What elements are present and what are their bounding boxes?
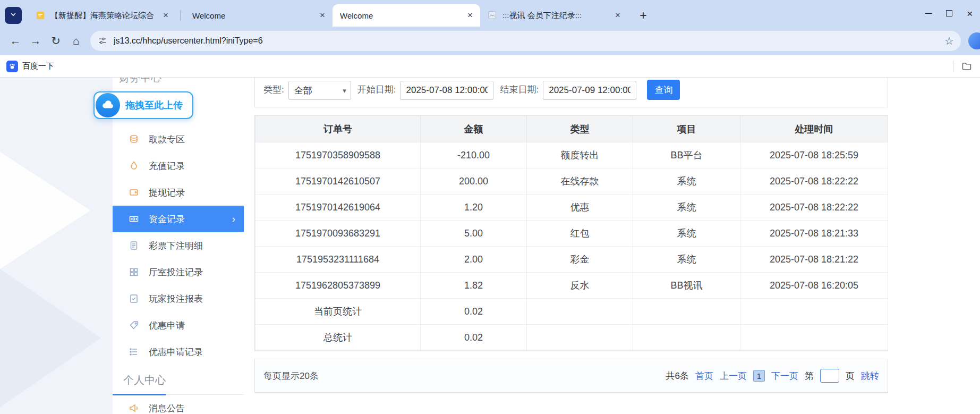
cell-type: 彩金 xyxy=(527,247,633,273)
decor-triangle xyxy=(0,269,101,407)
tab-separator xyxy=(180,10,181,21)
col-header-project: 项目 xyxy=(633,116,740,142)
table-row: 1751962805373899 1.82 反水 BB视讯 2025-07-08… xyxy=(255,273,888,299)
page-size-text: 每页显示20条 xyxy=(263,370,319,382)
sidebar-item-label: 提现记录 xyxy=(149,187,185,199)
bookmarks-folder-icon[interactable] xyxy=(960,60,974,73)
cell-order-no: 1751953231111684 xyxy=(255,247,421,273)
records-table-panel: 订单号 金额 类型 项目 处理时间 1751970358909588 -210.… xyxy=(254,115,888,351)
sidebar-item-recharge-record[interactable]: 充值记录 xyxy=(113,153,244,179)
sidebar-item-promo-apply[interactable]: 优惠申请 xyxy=(113,312,244,339)
type-select-value: 全部 xyxy=(294,85,312,97)
start-date-input[interactable] xyxy=(400,81,493,100)
drag-upload-overlay[interactable]: 拖拽至此上传 xyxy=(93,91,193,119)
total-count-text: 共6条 xyxy=(666,370,689,382)
table-row: 1751970142610507 200.00 在线存款 系统 2025-07-… xyxy=(255,168,888,195)
sidebar-item-label: 厅室投注记录 xyxy=(149,266,203,278)
tab-close-icon[interactable]: × xyxy=(317,10,328,21)
tab-welcome-1[interactable]: Welcome × xyxy=(185,4,333,27)
jump-prefix-label: 第 xyxy=(805,370,814,382)
sidebar-menu: 存款专区 取款专区 充值记录 xyxy=(113,99,244,414)
col-header-type: 类型 xyxy=(527,116,633,142)
jump-button[interactable]: 跳转 xyxy=(861,370,879,382)
pagination-panel: 每页显示20条 共6条 首页 上一页 1 下一页 第 页 跳转 xyxy=(254,359,888,393)
current-page-indicator[interactable]: 1 xyxy=(753,370,765,382)
address-bar[interactable]: js13.cc/hhcp/usercenter.html?iniType=6 ☆ xyxy=(90,31,961,51)
browser-window: 【新提醒】海燕策略论坛综合 × Welcome × Welcome × :::视… xyxy=(0,0,980,414)
tab-close-icon[interactable]: × xyxy=(160,10,172,21)
cell-project: 系统 xyxy=(633,221,740,247)
sidebar-section-personal: 个人中心 xyxy=(113,365,244,395)
sidebar-item-withdraw-zone[interactable]: 取款专区 xyxy=(113,126,244,153)
reload-button[interactable]: ↻ xyxy=(46,31,66,51)
tab-forum[interactable]: 【新提醒】海燕策略论坛综合 × xyxy=(28,4,176,27)
tag-icon xyxy=(129,319,140,331)
prev-page-link[interactable]: 上一页 xyxy=(720,370,747,382)
table-header-row: 订单号 金额 类型 项目 处理时间 xyxy=(255,116,888,142)
cell-time: 2025-07-08 18:22:22 xyxy=(740,168,888,195)
forum-favicon-icon xyxy=(36,11,45,20)
first-page-link[interactable]: 首页 xyxy=(695,370,713,382)
sidebar-item-promo-apply-record[interactable]: 优惠申请记录 xyxy=(113,339,244,365)
table-row-total-stats: 总统计 0.02 xyxy=(255,325,888,351)
tab-strip: 【新提醒】海燕策略论坛综合 × Welcome × Welcome × :::视… xyxy=(0,0,980,27)
home-button[interactable]: ⌂ xyxy=(66,31,86,51)
maximize-button[interactable] xyxy=(939,0,960,27)
col-header-amount: 金额 xyxy=(421,116,527,142)
table-row: 1751970358909588 -210.00 额度转出 BB平台 2025-… xyxy=(255,142,888,168)
sidebar-item-lottery-bet-detail[interactable]: 彩票下注明细 xyxy=(113,232,244,259)
chevron-right-icon: › xyxy=(232,213,235,225)
tab-close-icon[interactable]: × xyxy=(612,10,624,21)
report-check-icon xyxy=(129,293,140,305)
cell-order-no: 1751970142619064 xyxy=(255,195,421,221)
cell-order-no: 1751970093683291 xyxy=(255,221,421,247)
records-table: 订单号 金额 类型 项目 处理时间 1751970358909588 -210.… xyxy=(255,115,888,351)
cell-type: 在线存款 xyxy=(527,168,633,195)
new-tab-button[interactable]: + xyxy=(634,6,652,24)
droplet-icon xyxy=(129,160,140,172)
profile-avatar[interactable] xyxy=(968,32,980,49)
browser-menu-button[interactable] xyxy=(5,7,22,24)
sidebar-item-label: 彩票下注明细 xyxy=(149,240,203,252)
video-favicon-icon xyxy=(488,11,497,20)
table-row: 1751953231111684 2.00 彩金 系统 2025-07-08 1… xyxy=(255,247,888,273)
sidebar-item-withdraw-record[interactable]: 提现记录 xyxy=(113,179,244,206)
type-select[interactable]: 全部 ▾ xyxy=(288,81,351,100)
back-button[interactable]: ← xyxy=(5,31,25,51)
sidebar-item-player-bet-report[interactable]: 玩家投注报表 xyxy=(113,285,244,312)
cell-amount: 0.02 xyxy=(421,325,527,351)
sidebar-item-funds-record[interactable]: 资金记录 › xyxy=(113,206,244,232)
grid-icon xyxy=(129,266,140,278)
cell-amount: 5.00 xyxy=(421,221,527,247)
type-label: 类型: xyxy=(263,83,284,96)
tab-title: Welcome xyxy=(192,11,313,20)
filter-panel: 类型: 全部 ▾ 开始日期: 结束日期: 查询 xyxy=(254,78,888,107)
search-button[interactable]: 查询 xyxy=(647,80,680,100)
wallet-icon xyxy=(129,187,140,198)
col-header-time: 处理时间 xyxy=(740,116,888,142)
tab-welcome-active[interactable]: Welcome × xyxy=(333,4,480,27)
minimize-icon xyxy=(925,13,932,14)
sidebar-item-hall-bet-record[interactable]: 厅室投注记录 xyxy=(113,259,244,285)
browser-toolbar: ← → ↻ ⌂ js13.cc/hhcp/usercenter.html?ini… xyxy=(0,27,980,55)
sidebar-item-label: 优惠申请 xyxy=(149,319,185,332)
minimize-button[interactable] xyxy=(918,0,939,27)
tab-video-records[interactable]: :::视讯 会员下注纪录::: × xyxy=(480,4,628,27)
sidebar-item-announcements[interactable]: 消息公告 xyxy=(113,395,244,414)
end-date-input[interactable] xyxy=(543,81,636,100)
banknote-icon xyxy=(129,213,140,225)
bookmark-item-baidu[interactable]: 百度一下 xyxy=(22,61,54,71)
close-icon: × xyxy=(967,9,973,19)
window-controls: × xyxy=(918,0,980,27)
bookmark-star-icon[interactable]: ☆ xyxy=(941,32,958,49)
sidebar: 财务中心 存款专区 取款专区 xyxy=(113,78,244,414)
close-window-button[interactable]: × xyxy=(959,0,980,27)
tab-close-icon[interactable]: × xyxy=(464,10,476,21)
cell-amount: 2.00 xyxy=(421,247,527,273)
site-settings-icon[interactable] xyxy=(98,36,107,46)
forward-button[interactable]: → xyxy=(25,31,46,51)
next-page-link[interactable]: 下一页 xyxy=(771,370,798,382)
cell-type: 红包 xyxy=(527,221,633,247)
jump-page-input[interactable] xyxy=(820,369,839,383)
end-date-label: 结束日期: xyxy=(500,83,539,96)
